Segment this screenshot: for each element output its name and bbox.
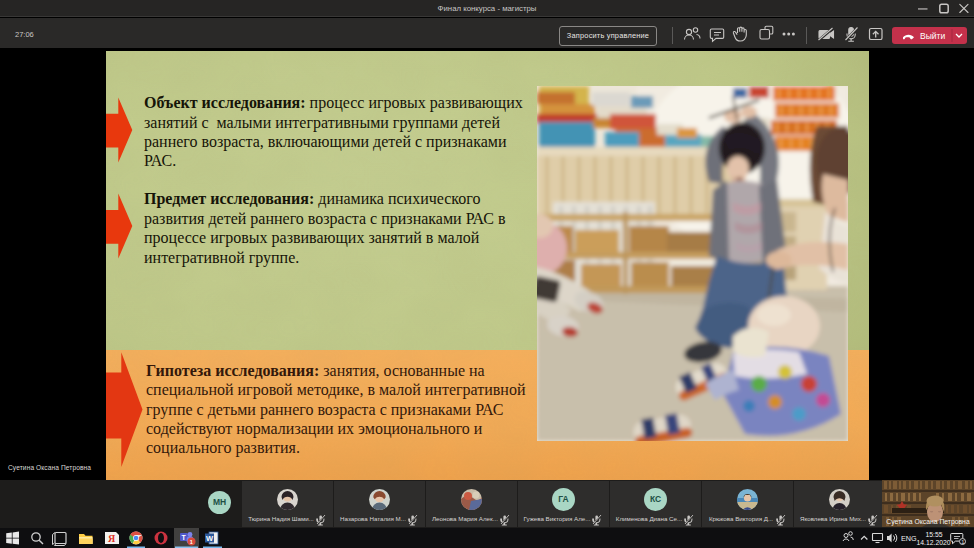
svg-text:1: 1 (961, 539, 964, 545)
svg-text:T: T (182, 534, 187, 541)
svg-text:1: 1 (190, 539, 193, 545)
svg-text:W: W (206, 534, 214, 543)
svg-text:Суетина Оксана Петровна: Суетина Оксана Петровна (886, 518, 970, 526)
svg-text:Я: Я (108, 533, 116, 544)
svg-text:Выйти: Выйти (920, 31, 945, 41)
